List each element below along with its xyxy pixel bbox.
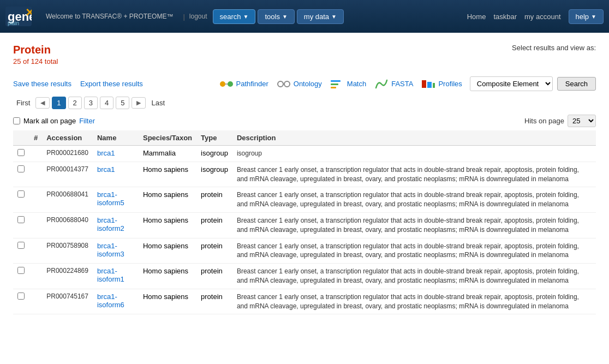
- row-num: [29, 264, 42, 289]
- col-description: Description: [232, 130, 596, 146]
- tools-nav-button[interactable]: tools ▼: [258, 9, 294, 24]
- page-5-button[interactable]: 5: [116, 97, 129, 109]
- help-button[interactable]: help ▼: [569, 9, 604, 24]
- row-name[interactable]: brca1-isoform1: [93, 264, 139, 289]
- row-checkbox[interactable]: [17, 165, 25, 172]
- row-name[interactable]: brca1-isoform5: [93, 187, 139, 213]
- table-row: PR000014377brca1Homo sapiensisogroupBrea…: [13, 162, 596, 187]
- tools-caret: ▼: [282, 14, 288, 20]
- export-results-link[interactable]: Export these results: [80, 77, 143, 90]
- row-description: Breast cancer 1 early onset, a transcrip…: [232, 289, 596, 314]
- table-row: PR000745167brca1-isoform6Homo sapienspro…: [13, 289, 596, 314]
- view-icon-profiles[interactable]: Profiles: [421, 78, 462, 90]
- logo[interactable]: gene ✕ plain: [5, 7, 35, 26]
- protein-link[interactable]: brca1-isoform6: [97, 293, 124, 309]
- match-icon: [330, 78, 345, 90]
- profiles-icon: [421, 78, 436, 90]
- col-type: Type: [196, 130, 232, 146]
- view-icons-container: Pathfinder Ontology: [219, 76, 596, 91]
- protein-link[interactable]: brca1-isoform5: [97, 190, 124, 207]
- actions-left: Save these results Export these results: [13, 77, 143, 90]
- row-species: Homo sapiens: [139, 264, 196, 289]
- row-name[interactable]: brca1-isoform3: [93, 238, 139, 264]
- col-species: Species/Taxon: [139, 130, 196, 146]
- row-name[interactable]: brca1: [93, 146, 139, 162]
- taskbar-link[interactable]: taskbar: [493, 13, 517, 21]
- col-checkbox: [13, 130, 29, 146]
- row-num: [29, 289, 42, 314]
- row-description: Breast cancer 1 early onset, a transcrip…: [232, 162, 596, 187]
- header-top-row: Protein 25 of 124 total Select results a…: [13, 44, 596, 73]
- right-view: Select results and view as:: [512, 44, 596, 54]
- row-accession: PR000014377: [42, 162, 93, 187]
- composite-select[interactable]: Composite Element Single Element: [470, 76, 553, 91]
- svg-rect-13: [427, 82, 432, 88]
- mydata-caret: ▼: [331, 14, 337, 20]
- left-header: Protein 25 of 124 total: [13, 44, 58, 73]
- table-row: PR000021680brca1Mammaliaisogroupisogroup: [13, 146, 596, 162]
- topbar: gene ✕ plain Welcome to TRANSFAC® + PROT…: [0, 0, 609, 33]
- first-page-link[interactable]: First: [13, 97, 33, 109]
- row-species: Homo sapiens: [139, 162, 196, 187]
- row-name[interactable]: brca1-isoform6: [93, 289, 139, 314]
- topbar-right: Home taskbar my account help ▼: [467, 9, 604, 24]
- protein-link[interactable]: brca1-isoform3: [97, 242, 124, 258]
- protein-link[interactable]: brca1-isoform1: [97, 267, 124, 283]
- row-name[interactable]: brca1-isoform2: [93, 212, 139, 238]
- row-accession: PR000688040: [42, 212, 93, 238]
- row-name[interactable]: brca1: [93, 162, 139, 187]
- svg-point-5: [228, 81, 233, 87]
- row-species: Homo sapiens: [139, 289, 196, 314]
- row-description: Breast cancer 1 early onset, a transcrip…: [232, 187, 596, 213]
- match-label: Match: [347, 80, 366, 88]
- row-num: [29, 146, 42, 162]
- svg-text:plain: plain: [8, 20, 19, 26]
- view-as-label: Select results and view as:: [512, 44, 596, 52]
- col-num: #: [29, 130, 42, 146]
- last-page-link[interactable]: Last: [148, 97, 168, 109]
- pathfinder-icon: [219, 78, 234, 90]
- row-type: isogroup: [196, 146, 232, 162]
- logout-link[interactable]: logout: [189, 13, 207, 20]
- view-icon-ontology[interactable]: Ontology: [276, 78, 322, 90]
- page-1-button[interactable]: 1: [52, 97, 65, 109]
- hits-select[interactable]: 25 50 100: [568, 115, 596, 127]
- page-3-button[interactable]: 3: [84, 97, 98, 109]
- row-accession: PR000021680: [42, 146, 93, 162]
- row-checkbox[interactable]: [17, 293, 25, 300]
- home-link[interactable]: Home: [467, 13, 486, 21]
- row-checkbox[interactable]: [17, 216, 25, 223]
- view-icon-match[interactable]: Match: [330, 78, 366, 90]
- search-nav-button[interactable]: search ▼: [213, 9, 256, 24]
- row-checkbox[interactable]: [17, 190, 25, 198]
- view-icon-fasta[interactable]: FASTA: [374, 78, 413, 90]
- page-4-button[interactable]: 4: [100, 97, 114, 109]
- protein-link[interactable]: brca1: [97, 149, 115, 157]
- nav-buttons: search ▼ tools ▼ my data ▼: [213, 9, 344, 24]
- row-accession: PR000745167: [42, 289, 93, 314]
- myaccount-link[interactable]: my account: [524, 13, 560, 21]
- search-button[interactable]: Search: [557, 77, 596, 91]
- save-results-link[interactable]: Save these results: [13, 77, 71, 90]
- svg-text:✕: ✕: [25, 7, 32, 19]
- next-page-button[interactable]: ▶: [132, 97, 146, 109]
- protein-link[interactable]: brca1: [97, 165, 115, 174]
- pagination: First ◀ 1 2 3 4 5 ▶ Last: [13, 97, 596, 109]
- mark-all-checkbox[interactable]: [13, 117, 20, 124]
- page-2-button[interactable]: 2: [68, 97, 82, 109]
- table-header-row: # Accession Name Species/Taxon Type Desc…: [13, 130, 596, 146]
- separator: |: [183, 13, 184, 21]
- row-checkbox[interactable]: [17, 242, 25, 249]
- row-type: protein: [196, 238, 232, 264]
- prev-page-button[interactable]: ◀: [35, 97, 50, 109]
- svg-rect-10: [331, 83, 338, 85]
- view-icon-pathfinder[interactable]: Pathfinder: [219, 78, 268, 90]
- row-num: [29, 162, 42, 187]
- mydata-nav-button[interactable]: my data ▼: [297, 9, 344, 24]
- row-checkbox[interactable]: [17, 267, 25, 274]
- view-controls: Composite Element Single Element Search: [470, 76, 596, 91]
- protein-link[interactable]: brca1-isoform2: [97, 216, 124, 232]
- row-num: [29, 187, 42, 213]
- filter-link[interactable]: Filter: [79, 117, 95, 125]
- row-checkbox[interactable]: [17, 149, 25, 156]
